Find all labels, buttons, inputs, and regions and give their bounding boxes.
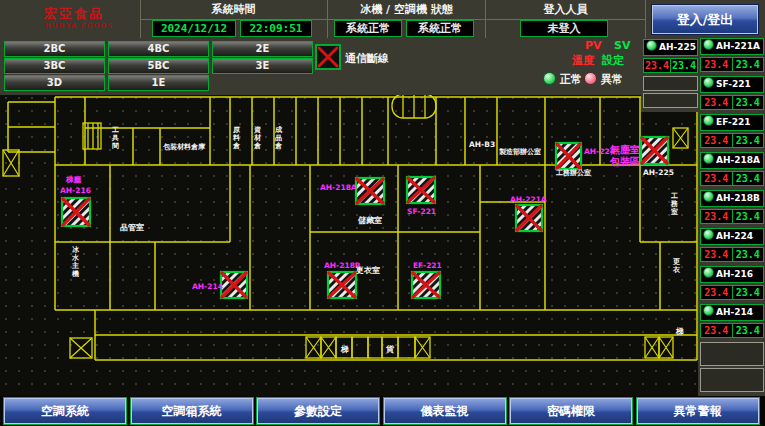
nav-button-3[interactable]: 參數設定 (257, 398, 379, 424)
unit-sv-value: 23.4 (733, 248, 764, 261)
unit-sv-value: 23.4 (733, 210, 764, 223)
machine-status-label: 冰機 / 空調機 狀態 (329, 2, 484, 17)
logo-title: 宏亞食品 (44, 5, 104, 23)
unit-name: AH-221A (716, 41, 760, 51)
unit-name: EF-221 (716, 117, 751, 127)
ahu-comm-fail-icon-AH-224[interactable] (556, 143, 581, 169)
unit-button-AH-214[interactable]: AH-214 (700, 304, 764, 321)
zone-button-5BC[interactable]: 5BC (108, 58, 209, 74)
unit-pv-value: 23.4 (701, 324, 733, 337)
system-date-value: 2024/12/12 (152, 20, 236, 37)
room-label: 品管室 (120, 222, 144, 232)
pv-label: PV (585, 39, 602, 52)
equipment-label: EF-221 (413, 261, 442, 270)
ac-status-value: 系統正常 (406, 20, 474, 37)
unit-normal-lamp-icon (703, 153, 714, 164)
ahu-comm-fail-icon-AH-221A[interactable] (516, 205, 542, 231)
room-label: 成品倉 (274, 126, 283, 150)
zone-button-2E[interactable]: 2E (212, 41, 313, 57)
floorplan-dot-grid (0, 92, 702, 398)
zone-button-1E[interactable]: 1E (108, 75, 209, 91)
unit-pv-value: 23.4 (701, 96, 733, 109)
unit-values-AH-216: 23.423.4 (700, 285, 764, 300)
unit-button-EF-221[interactable]: EF-221 (700, 114, 764, 131)
nav-button-6[interactable]: 異常警報 (637, 398, 759, 424)
unit-pv-value: 23.4 (701, 210, 733, 223)
unit-values-AH-218A: 23.423.4 (700, 171, 764, 186)
scada-screen: 梯廳AH-216AH-214AH-218ASF-221AH-218BEF-221… (0, 0, 765, 426)
unit-button-AH-225[interactable]: AH-225 (643, 39, 698, 56)
unit-button-AH-221A[interactable]: AH-221A (700, 38, 764, 55)
ahu-comm-fail-icon-AH-216[interactable] (62, 198, 90, 226)
login-status-value: 未登入 (520, 20, 608, 37)
unit-name: SF-221 (716, 79, 751, 89)
unit-values-AH-224: 23.423.4 (700, 247, 764, 262)
unit-pv-value: 23.4 (644, 59, 671, 72)
unit-sv-value: 23.4 (733, 58, 764, 71)
unit-normal-lamp-icon (703, 305, 714, 316)
system-time-value: 22:09:51 (240, 20, 312, 37)
unit-normal-lamp-icon (703, 267, 714, 278)
empty-unit-slot (643, 76, 698, 91)
nav-button-2[interactable]: 空調箱系統 (131, 398, 253, 424)
room-label: AH-B3 (469, 140, 495, 149)
room-label: 更衣 (672, 258, 681, 274)
nav-button-1[interactable]: 空調系統 (4, 398, 126, 424)
unit-name: AH-225 (659, 42, 696, 52)
room-label: 貨 (385, 344, 395, 354)
empty-unit-slot (643, 93, 698, 108)
unit-button-AH-218A[interactable]: AH-218A (700, 152, 764, 169)
normal-lamp-icon (543, 72, 556, 85)
ahu-comm-fail-icon-AH-218B[interactable] (328, 272, 356, 298)
equipment-label: AH-218A (320, 183, 357, 192)
unit-normal-lamp-icon (703, 191, 714, 202)
zone-button-3D[interactable]: 3D (4, 75, 105, 91)
legend-abnormal-label: 異常 (601, 73, 623, 86)
unit-button-SF-221[interactable]: SF-221 (700, 76, 764, 93)
sv-set-label: 設定 (602, 53, 624, 68)
unit-normal-lamp-icon (703, 229, 714, 240)
legend-abnormal: 異常 (584, 72, 623, 87)
zone-button-3BC[interactable]: 3BC (4, 58, 105, 74)
unit-pv-value: 23.4 (701, 286, 733, 299)
zone-button-3E[interactable]: 3E (212, 58, 313, 74)
zone-button-4BC[interactable]: 4BC (108, 41, 209, 57)
room-label: 梯 (675, 327, 684, 336)
ahu-comm-fail-icon-EF-221[interactable] (412, 272, 440, 298)
equipment-label: AH-221A (510, 195, 547, 204)
empty-unit-slot (700, 368, 764, 392)
header-divider (645, 0, 646, 38)
system-time-label: 系統時間 (142, 2, 325, 17)
ahu-comm-fail-icon-AH-225[interactable] (641, 137, 668, 164)
unit-values-AH-218B: 23.423.4 (700, 209, 764, 224)
company-logo: 宏亞食品 HUNYA FOODS (4, 2, 136, 36)
bottom-nav: 空調系統空調箱系統參數設定儀表監視密碼權限異常警報 (0, 396, 765, 426)
unit-values-AH-214: 23.423.4 (700, 323, 764, 338)
sv-label: SV (614, 39, 630, 52)
pv-temp-label: 溫度 (572, 53, 594, 68)
unit-sv-value: 23.4 (733, 134, 764, 147)
zone-button-2BC[interactable]: 2BC (4, 41, 105, 57)
ahu-comm-fail-icon-SF-221[interactable] (407, 177, 435, 203)
ahu-comm-fail-icon-AH-214[interactable] (221, 272, 247, 298)
unit-button-AH-224[interactable]: AH-224 (700, 228, 764, 245)
unit-button-AH-218B[interactable]: AH-218B (700, 190, 764, 207)
floorplan: 梯廳AH-216AH-214AH-218ASF-221AH-218BEF-221… (0, 92, 702, 398)
ahu-comm-fail-icon-AH-218A[interactable] (356, 178, 384, 204)
equipment-label: AH-216 (60, 186, 91, 195)
login-user-label: 登入人員 (487, 2, 644, 17)
unit-button-AH-216[interactable]: AH-216 (700, 266, 764, 283)
legend-normal: 正常 (543, 72, 582, 87)
unit-normal-lamp-icon (646, 40, 657, 51)
unit-values-SF-221: 23.423.4 (700, 95, 764, 110)
unit-name: AH-218B (716, 193, 760, 203)
unit-name: AH-216 (716, 269, 753, 279)
logo-icon (4, 2, 40, 36)
nav-button-4[interactable]: 儀表監視 (384, 398, 506, 424)
login-logout-button[interactable]: 登入/登出 (652, 5, 758, 34)
equipment-label: SF-221 (407, 207, 436, 216)
room-label: 工務辦公室 (555, 168, 591, 177)
equipment-label: AH-214 (192, 282, 223, 291)
unit-normal-lamp-icon (703, 39, 714, 50)
nav-button-5[interactable]: 密碼權限 (510, 398, 632, 424)
